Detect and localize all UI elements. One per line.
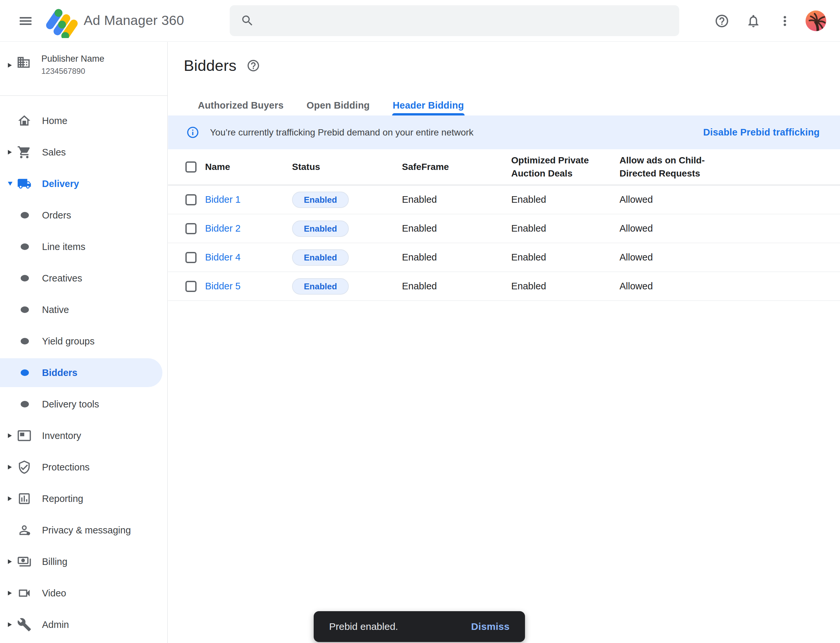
sidebar-item-reporting[interactable]: Reporting [0, 483, 167, 514]
sidebar-item-label: Reporting [42, 493, 83, 504]
expand-caret-icon [8, 496, 12, 501]
sidebar-item-line-items[interactable]: Line items [0, 231, 167, 263]
cart-icon [17, 145, 31, 160]
home-icon [17, 114, 31, 128]
top-app-bar: Ad Manager 360 [0, 0, 840, 42]
sidebar-item-label: Yield groups [42, 336, 95, 347]
row-checkbox[interactable] [185, 223, 196, 234]
sidebar-item-privacy-messaging[interactable]: Privacy & messaging [0, 514, 167, 546]
bar-chart-icon [17, 491, 31, 506]
sidebar-item-label: Line items [42, 242, 85, 252]
safeframe-value: Enabled [402, 252, 511, 263]
sidebar-item-video[interactable]: Video [0, 578, 167, 609]
bullet-icon [21, 212, 29, 219]
column-header-child-directed: Allow ads on Child-Directed Requests [619, 154, 706, 180]
safeframe-value: Enabled [402, 281, 511, 292]
expand-caret-icon [8, 150, 12, 155]
sidebar-item-inventory[interactable]: Inventory [0, 420, 167, 451]
status-badge: Enabled [292, 220, 349, 237]
tab-header-bidding[interactable]: Header Bidding [392, 95, 465, 116]
child-directed-value: Allowed [619, 281, 840, 292]
tab-bar: Authorized Buyers Open Bidding Header Bi… [197, 95, 465, 116]
app-title: Ad Manager 360 [84, 13, 184, 28]
opad-value: Enabled [511, 281, 619, 292]
child-directed-value: Allowed [619, 252, 840, 263]
inventory-icon [17, 428, 31, 443]
sidebar-item-yield-groups[interactable]: Yield groups [0, 325, 167, 357]
bidder-link[interactable]: Bidder 2 [205, 223, 240, 233]
sidebar-nav: Home Sales Delivery Orders Line items [0, 96, 167, 640]
dismiss-button[interactable]: Dismiss [471, 621, 510, 632]
main-content: Bidders Authorized Buyers Open Bidding H… [168, 42, 840, 643]
bullet-icon [21, 275, 29, 281]
row-checkbox[interactable] [185, 194, 196, 206]
status-badge: Enabled [292, 249, 349, 266]
expand-caret-icon [8, 63, 12, 68]
bullet-icon [21, 401, 29, 408]
sidebar-item-delivery-tools[interactable]: Delivery tools [0, 388, 167, 420]
person-badge-icon [17, 523, 31, 537]
row-checkbox[interactable] [185, 252, 196, 263]
sidebar-item-native[interactable]: Native [0, 294, 167, 325]
app-logo[interactable]: Ad Manager 360 [44, 3, 184, 38]
notifications-icon[interactable] [746, 13, 761, 29]
sidebar-item-billing[interactable]: Billing [0, 546, 167, 578]
sidebar-item-label: Delivery tools [42, 399, 99, 410]
publisher-switcher[interactable]: Publisher Name 1234567890 [0, 42, 167, 96]
global-search [230, 5, 679, 36]
sidebar-item-label: Home [42, 116, 67, 126]
wrench-icon [17, 617, 31, 632]
bidder-link[interactable]: Bidder 4 [205, 252, 240, 263]
tab-authorized-buyers[interactable]: Authorized Buyers [197, 95, 284, 116]
more-vert-icon[interactable] [777, 13, 793, 29]
sidebar-item-label: Sales [42, 147, 66, 158]
child-directed-value: Allowed [619, 223, 840, 234]
tab-open-bidding[interactable]: Open Bidding [306, 95, 371, 116]
row-checkbox[interactable] [185, 281, 196, 292]
collapse-caret-icon [8, 182, 13, 186]
sidebar-item-sales[interactable]: Sales [0, 137, 167, 168]
truck-icon [17, 176, 31, 191]
column-header-safeframe: SafeFrame [402, 160, 511, 173]
safeframe-value: Enabled [402, 194, 511, 205]
menu-icon[interactable] [18, 13, 33, 29]
sidebar-item-label: Inventory [42, 431, 81, 441]
sidebar-item-label: Admin [42, 619, 69, 630]
expand-caret-icon [8, 559, 12, 564]
table-row: Bidder 4 Enabled Enabled Enabled Allowed [168, 243, 840, 272]
column-header-status: Status [292, 160, 402, 173]
status-badge: Enabled [292, 278, 349, 295]
help-icon[interactable] [714, 13, 729, 29]
sidebar-item-orders[interactable]: Orders [0, 199, 167, 231]
sidebar-item-label: Bidders [42, 367, 77, 378]
sidebar-item-label: Creatives [42, 273, 82, 284]
bullet-icon [21, 243, 29, 250]
sidebar-item-admin[interactable]: Admin [0, 609, 167, 640]
table-row: Bidder 2 Enabled Enabled Enabled Allowed [168, 214, 840, 243]
select-all-checkbox[interactable] [185, 162, 196, 173]
sidebar-item-label: Protections [42, 462, 90, 473]
bidder-link[interactable]: Bidder 1 [205, 194, 240, 205]
status-badge: Enabled [292, 192, 349, 208]
search-input[interactable] [264, 15, 669, 26]
banner-message: You’re currently trafficking Prebid dema… [210, 127, 474, 138]
info-icon [186, 126, 199, 139]
opad-value: Enabled [511, 223, 619, 234]
safeframe-value: Enabled [402, 223, 511, 234]
opad-value: Enabled [511, 194, 619, 205]
page-help-icon[interactable] [247, 59, 260, 72]
sidebar-item-creatives[interactable]: Creatives [0, 263, 167, 294]
bidder-link[interactable]: Bidder 5 [205, 281, 240, 291]
search-icon [240, 14, 254, 28]
sidebar-item-home[interactable]: Home [0, 105, 167, 137]
sidebar-item-delivery[interactable]: Delivery [0, 168, 167, 199]
sidebar-item-label: Billing [42, 557, 67, 567]
expand-caret-icon [8, 622, 12, 627]
sidebar-item-protections[interactable]: Protections [0, 451, 167, 483]
column-header-optimized-private-auction-deals: Optimized Private Auction Deals [511, 154, 591, 180]
account-avatar[interactable] [806, 10, 826, 31]
sidebar-item-bidders[interactable]: Bidders [0, 358, 162, 387]
publisher-name: Publisher Name [41, 54, 105, 64]
disable-prebid-trafficking-link[interactable]: Disable Prebid trafficking [703, 127, 820, 138]
column-header-name: Name [205, 160, 292, 173]
